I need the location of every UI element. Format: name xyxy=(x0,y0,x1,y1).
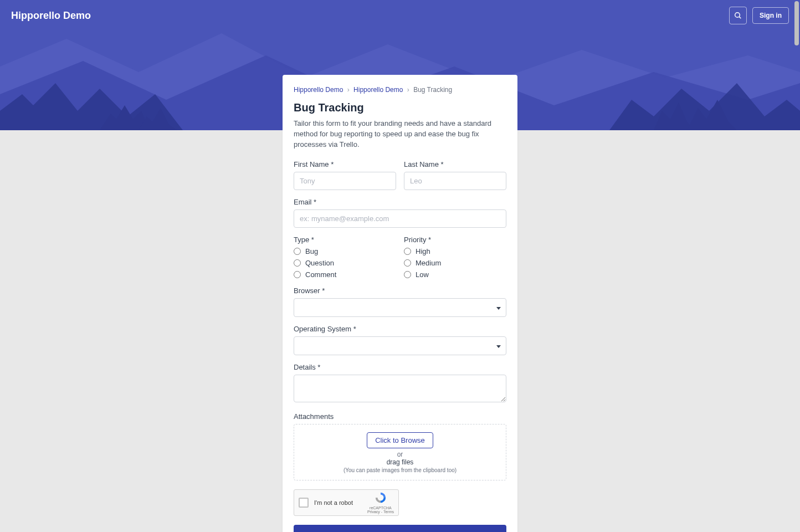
dropzone-or: or xyxy=(300,451,500,458)
email-input[interactable] xyxy=(294,209,506,228)
recaptcha-checkbox[interactable] xyxy=(299,498,309,508)
topbar: Hipporello Demo Sign in xyxy=(0,0,800,31)
topbar-actions: Sign in xyxy=(729,7,789,24)
dropzone-drag-text: drag files xyxy=(300,458,500,466)
type-radio-bug[interactable]: Bug xyxy=(294,247,396,255)
form-card: Hipporello Demo › Hipporello Demo › Bug … xyxy=(283,75,517,532)
recaptcha-icon xyxy=(375,492,387,504)
priority-radio-medium[interactable]: Medium xyxy=(404,259,506,267)
recaptcha-widget: I'm not a robot reCAPTCHA Privacy - Term… xyxy=(294,489,399,516)
type-label: Type * xyxy=(294,236,396,244)
recaptcha-label: I'm not a robot xyxy=(314,499,362,506)
recaptcha-brand: reCAPTCHA Privacy - Terms xyxy=(367,492,394,514)
search-icon xyxy=(734,11,742,20)
last-name-label: Last Name * xyxy=(404,160,506,168)
email-label: Email * xyxy=(294,198,506,206)
os-select[interactable] xyxy=(294,336,506,355)
brand-title: Hipporello Demo xyxy=(11,10,91,22)
os-label: Operating System * xyxy=(294,325,506,333)
page-title: Bug Tracking xyxy=(294,101,506,114)
last-name-input[interactable] xyxy=(404,172,506,190)
submit-button[interactable]: Submit xyxy=(294,525,506,532)
priority-radio-low[interactable]: Low xyxy=(404,270,506,279)
svg-point-1 xyxy=(735,13,740,18)
details-label: Details * xyxy=(294,363,506,371)
browser-select[interactable] xyxy=(294,298,506,317)
priority-radio-high[interactable]: High xyxy=(404,247,506,255)
attachments-label: Attachments xyxy=(294,412,506,421)
search-button[interactable] xyxy=(729,7,747,24)
attachments-dropzone[interactable]: Click to Browse or drag files (You can p… xyxy=(294,424,506,480)
dropzone-hint: (You can paste images from the clipboard… xyxy=(300,467,500,473)
svg-line-2 xyxy=(739,17,741,18)
breadcrumb-current: Bug Tracking xyxy=(413,86,452,94)
type-radio-comment[interactable]: Comment xyxy=(294,270,396,279)
page-description: Tailor this form to fit your branding ne… xyxy=(294,119,506,150)
signin-button[interactable]: Sign in xyxy=(752,7,789,24)
browser-label: Browser * xyxy=(294,287,506,295)
breadcrumb-link-1[interactable]: Hipporello Demo xyxy=(294,86,343,94)
first-name-input[interactable] xyxy=(294,172,396,190)
details-textarea[interactable] xyxy=(294,375,506,402)
breadcrumb: Hipporello Demo › Hipporello Demo › Bug … xyxy=(294,86,506,94)
first-name-label: First Name * xyxy=(294,160,396,168)
type-radio-question[interactable]: Question xyxy=(294,259,396,267)
priority-label: Priority * xyxy=(404,236,506,244)
browse-button[interactable]: Click to Browse xyxy=(367,432,433,448)
breadcrumb-link-2[interactable]: Hipporello Demo xyxy=(353,86,403,94)
